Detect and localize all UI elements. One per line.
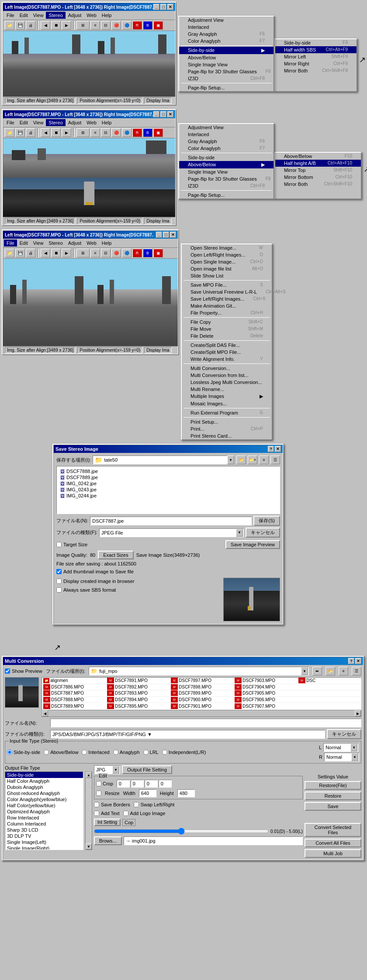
r-normal-select[interactable]: Normal ▼ (324, 753, 359, 761)
menu-help-2[interactable]: Help (99, 119, 114, 126)
t3-btn-3[interactable]: 🖨 (26, 249, 35, 257)
output-type-single-r[interactable]: Single Image(Right) (5, 845, 83, 850)
mi-create-das[interactable]: Create/Split DAS File... (182, 342, 272, 349)
mi-make-anim[interactable]: Make Animation Git... (182, 302, 272, 309)
menu-web-1[interactable]: Web (84, 12, 99, 19)
show-preview-checkbox[interactable] (5, 668, 10, 674)
mc-nav-4[interactable]: ☰ (352, 667, 361, 675)
menu-help-3[interactable]: Help (99, 240, 114, 247)
output-type-dlp[interactable]: 3D DLP TV (5, 833, 83, 839)
mc-file-7907[interactable]: MDSCF7907.MPO (233, 703, 297, 709)
mi-save-univ[interactable]: Save Universal Freeview L-R-LCtrl+Alt+S (182, 288, 272, 295)
toolbar-btn-14[interactable]: ▣ (153, 21, 163, 30)
t2-btn-5[interactable]: ⏹ (51, 128, 61, 137)
multi-conv-close-btn[interactable]: ✕ (355, 658, 361, 664)
t2-btn-3[interactable]: 🖨 (26, 128, 35, 137)
mc-nav-2[interactable]: 📂 (325, 667, 335, 675)
mi-file-move[interactable]: File MoveShift+M (182, 326, 272, 332)
mi-open-stereo[interactable]: Open Stereo Image...W (182, 244, 272, 251)
l-normal-arrow[interactable]: ▼ (350, 744, 357, 751)
minimize-btn-3[interactable]: _ (156, 232, 162, 238)
toolbar-btn-13[interactable]: B (143, 21, 152, 30)
t2-btn-4[interactable]: ◀ (41, 128, 50, 137)
output-type-ghost[interactable]: Ghost-reduced Anaglyph (5, 790, 83, 796)
t3-btn-5[interactable]: ⏹ (51, 249, 61, 257)
multi-conv-help-btn[interactable]: ? (348, 658, 354, 664)
mi-mosaic[interactable]: Mosaic Images... (182, 400, 272, 407)
t2-btn-7[interactable]: ⊞ (76, 128, 90, 137)
crop-x2[interactable] (145, 780, 158, 788)
save-nav-new[interactable]: 📁+ (248, 456, 257, 464)
mc-file-7889[interactable]: MDSCF7889.MPO (42, 703, 106, 709)
t3-btn-10[interactable]: 🔴 (111, 249, 121, 257)
mc-file-7887[interactable]: MDSCF7887.MPO (42, 690, 106, 697)
file-item-2[interactable]: 🖼 DSCF7889.jpe (59, 474, 278, 480)
t2-btn-2[interactable]: 💾 (15, 128, 25, 137)
mc-file-7893[interactable]: MDSCF7893.MPO (106, 690, 170, 697)
mc-file-7897[interactable]: MDSCF7897.MPO (170, 678, 233, 684)
mi-slideshow[interactable]: Slide Show List (182, 272, 272, 279)
menu-pf-2[interactable]: Page-flip for 3D Shutter GlassesF8 (179, 175, 274, 182)
minimize-btn-1[interactable]: _ (153, 4, 159, 10)
t3-btn-7[interactable]: ⊞ (76, 249, 90, 257)
resize-checkbox[interactable] (96, 791, 101, 796)
save-view-list[interactable]: ≡ (259, 456, 269, 464)
crop-checkbox[interactable] (96, 781, 101, 786)
mc-nav-1[interactable]: ⬅ (312, 667, 322, 675)
mc-file-7891[interactable]: MDSCF7891.MPO (106, 678, 170, 684)
sub-sidebyside[interactable]: Side-by-sideF9 (275, 39, 357, 46)
output-type-sbs[interactable]: Side-by-side (5, 772, 83, 778)
toolbar-btn-5[interactable]: ⏹ (51, 21, 61, 30)
maximize-btn-2[interactable]: □ (160, 111, 166, 117)
t3-btn-8[interactable]: ≡ (90, 249, 100, 257)
toolbar-btn-12[interactable]: R (132, 21, 142, 30)
toolbar-btn-4[interactable]: ◀ (41, 21, 50, 30)
save-settings-btn[interactable]: Save (305, 802, 361, 811)
save-image-preview-btn[interactable]: Save Image Preview (225, 540, 280, 549)
radio-lrl[interactable]: LRL (143, 750, 159, 755)
swap-lr-checkbox[interactable] (134, 802, 139, 807)
save-location-input[interactable]: 📁 tate50 (93, 456, 228, 464)
menu-adjustment-1[interactable]: Adjustment View (179, 17, 274, 24)
output-file-setting-btn[interactable]: Output File Setting (122, 765, 172, 774)
mc-filetype-select[interactable]: JPS/DAS/BMF/JPG/STJ/BMP/TIF/GIF/PNG ▼ (50, 730, 325, 739)
menu-view-1[interactable]: View (31, 12, 46, 19)
mi-ext-prog[interactable]: Run External ProgramG (182, 409, 272, 416)
menu-iz3d-1[interactable]: IZ3DCtrl+F8 (179, 75, 274, 82)
menu-interlaced-1[interactable]: Interlaced (179, 24, 274, 31)
t2-btn-14[interactable]: ▣ (153, 128, 163, 137)
menu-pageflip-1[interactable]: Page-flip for 3D Shutter GlassesF8 (179, 68, 274, 75)
toolbar-btn-7[interactable]: ⊞ (76, 21, 90, 30)
sub-mirrorbottom[interactable]: Mirror BottomCtrl+F10 (275, 174, 361, 181)
multi-job-btn[interactable]: Multi Job (305, 849, 361, 858)
t2-btn-9[interactable]: ⊟ (101, 128, 111, 137)
int-setting-btn[interactable]: Int Setting (94, 819, 121, 826)
toolbar-btn-8[interactable]: ≡ (90, 21, 100, 30)
t2-btn-10[interactable]: 🔴 (111, 128, 121, 137)
menu-edit-2[interactable]: Edit (17, 119, 31, 126)
l-normal-select[interactable]: Normal ▼ (323, 743, 358, 752)
toolbar-btn-1[interactable]: 📁 (5, 21, 14, 30)
file-item-5[interactable]: 🖼 IMG_0244.jpe (59, 493, 278, 499)
output-type-halfcolor[interactable]: Half Color Anaglyph (5, 778, 83, 784)
save-dialog-help[interactable]: ? (268, 446, 274, 452)
mi-lossless[interactable]: Lossless Jpeg Multi Conversion... (182, 379, 272, 386)
menu-pageflipsetup-1[interactable]: Page-flip Setup... (179, 84, 274, 91)
menu-stereo-2[interactable]: Stereo (46, 119, 65, 126)
radio-interlaced[interactable]: Interlaced (82, 750, 109, 755)
file-item-3[interactable]: 🖼 IMG_0242.jpe (59, 480, 278, 487)
close-btn-1[interactable]: ✕ (167, 4, 173, 10)
menu-color-anaglyph-1[interactable]: Color AnaglyphF7 (179, 38, 274, 45)
mc-file-7904[interactable]: MDSCF7904.MPO (233, 684, 297, 691)
t2-btn-6[interactable]: ▶ (62, 128, 71, 137)
mc-file-7898[interactable]: MDSCF7898.MPO (170, 684, 233, 691)
sub-mirrortop[interactable]: Mirror TopShift+F10 (275, 167, 361, 174)
toolbar-btn-9[interactable]: ⊟ (101, 21, 111, 30)
t3-btn-11[interactable]: 🔵 (122, 249, 132, 257)
mi-create-mpo[interactable]: Create/Split MPO File... (182, 349, 272, 356)
menu-sidebyside-1[interactable]: Side-by-side▶ (179, 47, 274, 54)
menu-int-2[interactable]: Interlaced (179, 131, 274, 138)
display-browser-checkbox[interactable] (56, 579, 62, 584)
menu-edit-1[interactable]: Edit (17, 12, 31, 19)
mi-open-list[interactable]: Open image file listAlt+O (182, 265, 272, 272)
